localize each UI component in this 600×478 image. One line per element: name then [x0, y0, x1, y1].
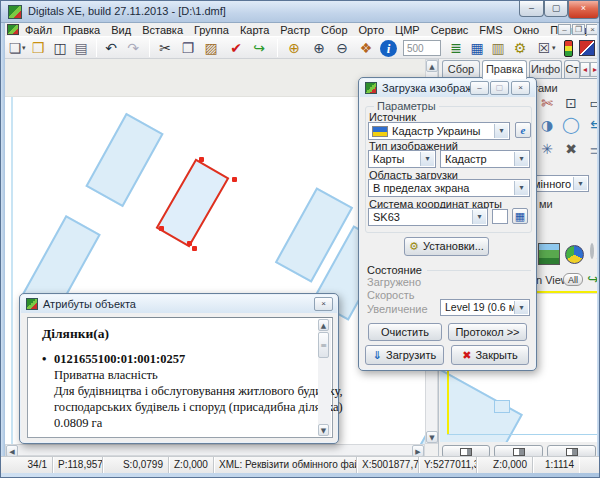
ruler-icon[interactable]: ▭ [586, 93, 597, 113]
chevron-down-icon[interactable]: ▾ [514, 152, 528, 166]
info-icon[interactable]: i [380, 40, 397, 57]
parcel[interactable] [400, 397, 425, 444]
mdi-minimize-button[interactable]: – [558, 24, 571, 35]
chevron-down-icon[interactable]: ▾ [573, 177, 587, 190]
cut-lines-icon[interactable]: ⚌ [586, 139, 597, 159]
raster-map-icon[interactable] [538, 243, 560, 265]
load-dialog-titlebar[interactable]: Загрузка изображе... – ▢ × [360, 79, 535, 97]
chevron-down-icon[interactable]: ▾ [420, 152, 434, 166]
mdi-document-icon[interactable] [7, 24, 19, 35]
zoom-level-combo[interactable]: Level 19 (0.6 м) ▾ [440, 299, 530, 316]
new-file-dropdown-icon[interactable]: ▾ [22, 44, 26, 52]
window-layout-button-3[interactable] [547, 445, 596, 456]
menu-collect[interactable]: Сбор [321, 24, 347, 36]
tab-scroll-left-icon[interactable]: ◂ [580, 62, 590, 77]
cross-delete-icon[interactable]: ✖ [561, 139, 581, 159]
type-combo-2[interactable]: Кадастр ▾ [440, 150, 530, 168]
chevron-down-icon[interactable]: ▾ [494, 124, 508, 138]
zoom-region-icon[interactable]: ⊕ [284, 38, 304, 58]
selected-parcel[interactable] [156, 159, 230, 248]
frame-target-icon[interactable]: ⊡ [561, 93, 581, 113]
tab-scroll-right-icon[interactable]: ▸ [590, 62, 597, 77]
crs-combo[interactable]: SK63 ▾ [368, 208, 488, 226]
save-icon[interactable]: ◫ [50, 38, 70, 58]
menu-ortho[interactable]: Орто [359, 24, 384, 36]
window-layout-button-2[interactable] [494, 445, 543, 456]
attributes-dialog-titlebar[interactable]: Атрибуты объекта × [21, 295, 337, 313]
close-icon[interactable]: × [314, 297, 333, 311]
menu-fms[interactable]: FMS [479, 24, 502, 36]
calculator-icon[interactable]: ▦ [512, 208, 528, 224]
apply-icon[interactable]: ↪ [249, 38, 269, 58]
pan-hand-icon[interactable]: ❖ [356, 38, 376, 58]
map-horizontal-scrollbar[interactable]: ◀ ▶ [5, 444, 425, 456]
browse-web-icon[interactable]: e [515, 122, 531, 138]
classifier-traffic-light-icon[interactable] [564, 40, 573, 57]
table-icon[interactable]: ▦ [467, 38, 487, 58]
paste-icon[interactable]: ▨ [201, 38, 221, 58]
clear-button[interactable]: Очистить [368, 323, 442, 341]
menu-dem[interactable]: ЦМР [395, 24, 420, 36]
source-combo[interactable]: Кадастр Украины ▾ [368, 122, 510, 140]
layers-icon[interactable]: ≣ [446, 38, 466, 58]
crs-zone-field[interactable] [492, 209, 508, 224]
settings-button[interactable]: ⚙Установки... [404, 237, 489, 256]
minimize-icon[interactable]: – [470, 81, 489, 95]
union-circles-icon[interactable]: ◑ [537, 115, 557, 135]
open-file-icon[interactable]: ❒ [28, 38, 48, 58]
maximize-button[interactable]: ▢ [544, 1, 568, 17]
scroll-up-icon[interactable]: ▲ [426, 60, 438, 72]
undo-icon[interactable]: ↶ [101, 38, 121, 58]
tab-info[interactable]: Инфо [529, 60, 562, 78]
zoom-in-icon[interactable]: ⊕ [309, 38, 329, 58]
accept-icon[interactable]: ✔ [226, 38, 246, 58]
scale-input[interactable] [403, 40, 441, 56]
buffer-circle-icon[interactable]: ◯ [561, 115, 581, 135]
load-button[interactable]: ⇓Загрузить [365, 345, 444, 365]
menu-insert[interactable]: Вставка [142, 24, 183, 36]
protocol-button[interactable]: Протокол >> [448, 323, 527, 341]
swap-arrows-icon[interactable]: ⇆ [586, 115, 597, 135]
menu-raster[interactable]: Растр [280, 24, 310, 36]
chevron-down-icon[interactable]: ▾ [472, 210, 486, 224]
chevron-down-icon[interactable]: ▾ [514, 301, 528, 314]
view-all-badge[interactable]: All [563, 273, 583, 286]
tab-collect[interactable]: Сбор [442, 60, 480, 78]
card-icon[interactable]: ▥ [488, 38, 508, 58]
scroll-up-icon[interactable]: ▲ [318, 319, 329, 331]
select-dropdown-icon[interactable]: ▾ [552, 44, 556, 52]
chart-3d-icon[interactable] [565, 245, 584, 264]
mdi-restore-button[interactable]: ❐ [572, 24, 585, 35]
pliers-icon[interactable]: ✄ [537, 93, 557, 113]
menu-service[interactable]: Сервис [431, 24, 469, 36]
close-icon[interactable]: × [511, 81, 530, 95]
area-combo[interactable]: В пределах экрана ▾ [368, 179, 530, 197]
tab-styles[interactable]: Ст [564, 60, 580, 78]
compass-icon[interactable] [590, 243, 594, 259]
print-icon[interactable]: ▤ [71, 38, 91, 58]
chevron-down-icon[interactable]: ▾ [514, 181, 528, 195]
close-dialog-button[interactable]: ✖Закрыть [451, 345, 529, 365]
scroll-down-icon[interactable]: ▼ [426, 431, 438, 443]
scroll-thumb[interactable]: ≡ [318, 332, 329, 358]
menu-view[interactable]: Вид [111, 24, 131, 36]
refresh-green-arrow-icon[interactable]: ↪ [583, 269, 597, 289]
select-objects-icon[interactable]: ☒ [534, 38, 554, 58]
zoom-out-icon[interactable]: ⊖ [332, 38, 352, 58]
scroll-down-icon[interactable]: ▼ [318, 424, 329, 436]
copy-icon[interactable]: ❐ [178, 38, 198, 58]
minimize-button[interactable]: – [519, 1, 544, 17]
menu-edit[interactable]: Правка [63, 24, 100, 36]
window-layout-button-1[interactable] [442, 445, 490, 456]
gears-icon[interactable]: ⚙ [510, 38, 530, 58]
close-button[interactable]: × [568, 1, 599, 19]
attributes-scrollbar[interactable]: ▲ ≡ ▼ [318, 319, 331, 436]
parcel[interactable] [85, 113, 163, 207]
redo-icon[interactable]: ↷ [123, 38, 143, 58]
menu-file[interactable]: Файл [25, 24, 52, 36]
menu-group[interactable]: Группа [194, 24, 229, 36]
tab-edit[interactable]: Правка [482, 60, 527, 79]
knot-icon[interactable]: ✳ [537, 139, 557, 159]
menu-map[interactable]: Карта [240, 24, 269, 36]
draw-tools-icon[interactable] [579, 40, 595, 56]
